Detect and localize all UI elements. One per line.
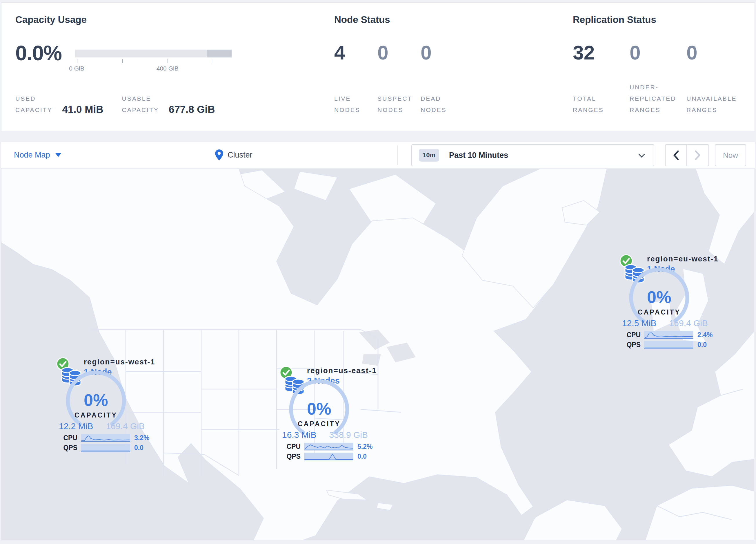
node-status-section: Node Status 4 0 0 LIVE NODES SUSPECT NOD…	[334, 3, 560, 131]
chevron-right-icon	[695, 150, 701, 160]
qps-value: 0.0	[697, 341, 707, 349]
capacity-bar: 0 GiB 400 GiB	[75, 50, 232, 72]
dead-nodes-label: DEAD NODES	[421, 81, 464, 116]
tick-mark	[122, 59, 123, 63]
now-button-label: Now	[723, 151, 738, 160]
capacity-bar-reserved-segment	[207, 50, 232, 57]
capacity-bar-ticks	[75, 59, 232, 64]
view-selector-dropdown[interactable]: Node Map	[14, 142, 61, 168]
replication-status-section: Replication Status 32 0 0 TOTAL RANGES U…	[573, 3, 753, 131]
tick-mark	[168, 59, 168, 63]
cpu-label: CPU	[618, 331, 641, 339]
region-badge-eu-west-1[interactable]: region=eu-west-1 1 Node 0% CAPACITY 12.5…	[618, 251, 715, 351]
qps-sparkline	[644, 340, 693, 349]
qps-label: QPS	[618, 341, 641, 349]
cpu-label: CPU	[55, 434, 77, 442]
live-nodes-count: 4	[334, 43, 377, 62]
cpu-sparkline	[644, 331, 693, 339]
qps-metric-row: QPS 0.0	[618, 340, 715, 349]
cpu-metric-row: CPU 2.4%	[618, 331, 715, 339]
capacity-percent: 0.0%	[15, 43, 62, 64]
now-button[interactable]: Now	[715, 144, 746, 166]
region-used-capacity: 12.2 MiB	[59, 421, 93, 431]
cpu-metric-row: CPU 5.2%	[278, 442, 375, 451]
chevron-left-icon	[673, 150, 679, 160]
map-pin-icon	[215, 149, 223, 160]
capacity-usage-title: Capacity Usage	[15, 14, 87, 25]
total-ranges-count: 32	[573, 43, 630, 62]
capacity-stats-row: USED CAPACITY 41.0 MiB USABLE CAPACITY 6…	[15, 81, 233, 116]
region-badge-us-east-1[interactable]: region=us-east-1 2 Nodes 0% CAPACITY 16.…	[278, 363, 375, 463]
qps-sparkline	[81, 443, 130, 452]
region-name: region=eu-west-1	[647, 254, 719, 263]
region-capacity-label: CAPACITY	[628, 309, 690, 316]
region-name: region=us-east-1	[307, 366, 377, 375]
replication-values: 32 0 0	[573, 43, 743, 62]
time-range-selector[interactable]: 10m Past 10 Minutes	[411, 144, 654, 166]
cpu-label: CPU	[278, 443, 301, 451]
under-replicated-count: 0	[630, 43, 686, 62]
region-usable-capacity: 169.4 GiB	[106, 421, 145, 431]
cpu-sparkline	[81, 434, 130, 442]
time-range-label: Past 10 Minutes	[449, 151, 508, 160]
qps-metric-row: QPS 0.0	[278, 452, 375, 461]
usable-capacity-value: 677.8 GiB	[169, 104, 215, 116]
live-nodes-label: LIVE NODES	[334, 81, 377, 116]
time-prev-button[interactable]	[666, 145, 687, 166]
replication-labels: TOTAL RANGES UNDER- REPLICATED RANGES UN…	[573, 81, 743, 116]
total-ranges-label: TOTAL RANGES	[573, 81, 630, 116]
region-used-capacity: 12.5 MiB	[622, 318, 656, 328]
qps-value: 0.0	[134, 444, 143, 452]
used-capacity-label: USED CAPACITY	[15, 81, 52, 116]
region-capacity-percent: 0%	[65, 392, 127, 409]
node-status-title: Node Status	[334, 14, 390, 25]
qps-label: QPS	[55, 444, 77, 452]
suspect-nodes-count: 0	[377, 43, 421, 62]
breadcrumb[interactable]: Cluster	[215, 142, 252, 168]
tick-label-0: 0 GiB	[69, 65, 84, 72]
chevron-down-icon	[639, 151, 645, 157]
usable-capacity-label: USABLE CAPACITY	[122, 81, 159, 116]
region-capacity-values: 16.3 MiB 338.9 GiB	[282, 430, 368, 440]
dead-nodes-count: 0	[421, 43, 464, 62]
breadcrumb-label: Cluster	[228, 150, 252, 159]
triangle-down-icon	[55, 153, 61, 157]
qps-value: 0.0	[357, 453, 367, 460]
view-selector-label: Node Map	[14, 150, 50, 159]
time-next-button[interactable]	[687, 145, 708, 166]
map-toolbar: Node Map Cluster 10m Past 10 Minutes	[1, 141, 755, 168]
node-status-values: 4 0 0	[334, 43, 464, 62]
cluster-summary-panel: Capacity Usage 0.0% 0 GiB 400 Gi	[1, 2, 755, 131]
cpu-value: 2.4%	[697, 331, 713, 339]
unavailable-count: 0	[686, 43, 743, 62]
region-capacity-percent: 0%	[288, 400, 350, 417]
unavailable-ranges-label: UNAVAILABLE RANGES	[686, 81, 743, 116]
cpu-value: 5.2%	[357, 443, 372, 451]
time-nav-buttons	[665, 144, 709, 166]
under-replicated-label: UNDER- REPLICATED RANGES	[630, 81, 686, 116]
region-used-capacity: 16.3 MiB	[282, 430, 316, 440]
qps-label: QPS	[278, 453, 301, 460]
region-capacity-percent: 0%	[628, 289, 690, 306]
replication-status-title: Replication Status	[573, 14, 656, 25]
capacity-gauge: 0.0% 0 GiB 400 GiB	[15, 43, 232, 72]
time-range-badge: 10m	[419, 149, 439, 162]
capacity-bar-track	[75, 50, 232, 57]
region-usable-capacity: 169.4 GiB	[669, 318, 708, 328]
cpu-value: 3.2%	[134, 434, 149, 442]
tick-mark	[213, 59, 213, 63]
region-usable-capacity: 338.9 GiB	[329, 430, 368, 440]
cpu-metric-row: CPU 3.2%	[55, 434, 152, 442]
used-capacity-value: 41.0 MiB	[62, 104, 103, 116]
region-capacity-label: CAPACITY	[65, 411, 127, 419]
region-capacity-values: 12.5 MiB 169.4 GiB	[622, 318, 708, 328]
suspect-nodes-label: SUSPECT NODES	[377, 81, 421, 116]
region-name: region=us-west-1	[84, 358, 155, 367]
region-badge-us-west-1[interactable]: region=us-west-1 1 Node 0% CAPACITY 12.2…	[55, 355, 152, 454]
tick-label-400: 400 GiB	[157, 65, 179, 72]
node-status-labels: LIVE NODES SUSPECT NODES DEAD NODES	[334, 81, 464, 116]
qps-sparkline	[304, 452, 353, 461]
region-capacity-label: CAPACITY	[288, 420, 350, 428]
cluster-overview-page: Capacity Usage 0.0% 0 GiB 400 Gi	[0, 0, 756, 544]
capacity-bar-tick-labels: 0 GiB 400 GiB	[75, 65, 232, 72]
